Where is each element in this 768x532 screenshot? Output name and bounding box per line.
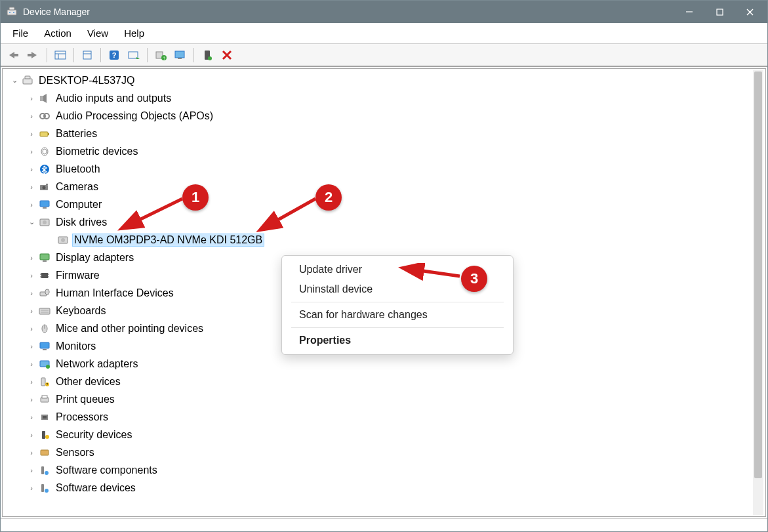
close-button[interactable]	[735, 1, 765, 23]
tree-item-label: Security devices	[54, 428, 134, 441]
svg-text:?: ?	[47, 382, 49, 386]
svg-rect-25	[178, 58, 182, 59]
expand-icon[interactable]: ›	[26, 289, 37, 297]
tree-item[interactable]: ›Cameras	[7, 178, 765, 195]
expand-icon[interactable]: ›	[26, 360, 37, 368]
finger-icon	[38, 146, 51, 157]
tree-item[interactable]: ⌄Disk drives	[7, 213, 765, 231]
tree-item[interactable]: ›Security devices	[7, 426, 765, 443]
tree-item[interactable]: ›Audio Processing Objects (APOs)	[7, 107, 765, 125]
tree-item-label: Software devices	[54, 481, 138, 495]
tree-item-label: Human Interface Devices	[54, 287, 176, 300]
expand-icon[interactable]: ›	[26, 431, 37, 439]
nav-back-button[interactable]	[5, 47, 23, 64]
svg-rect-36	[40, 132, 48, 136]
tree-item[interactable]: ›Network adapters	[7, 355, 765, 373]
properties-button[interactable]	[78, 47, 96, 64]
expand-icon[interactable]: ›	[26, 94, 37, 102]
nav-forward-button[interactable]	[24, 47, 43, 64]
net-icon	[38, 359, 51, 369]
tree-item-label: Bluetooth	[54, 163, 102, 176]
chip-icon	[38, 270, 51, 281]
expand-icon[interactable]: ›	[26, 272, 37, 279]
tree-item[interactable]: ›Sensors	[7, 443, 765, 461]
mouse-icon	[38, 323, 51, 334]
tree-item-label: Monitors	[54, 340, 98, 353]
battery-icon	[38, 129, 51, 139]
tree-item[interactable]: ›Batteries	[7, 125, 765, 142]
expand-icon[interactable]: ⌄	[26, 218, 37, 226]
expand-icon[interactable]: ›	[26, 449, 37, 457]
svg-rect-32	[40, 96, 43, 101]
menu-file[interactable]: File	[5, 25, 36, 41]
tree-root[interactable]: ⌄DESKTOP-4L537JQ	[7, 72, 765, 89]
svg-point-76	[45, 435, 49, 439]
menu-view[interactable]: View	[79, 25, 116, 41]
uninstall-device-button[interactable]	[171, 47, 190, 64]
expand-icon[interactable]: ›	[26, 165, 37, 173]
minimize-button[interactable]	[674, 1, 704, 23]
tree-item-label: Display adapters	[54, 251, 136, 264]
titlebar[interactable]: Device Manager	[1, 1, 767, 23]
svg-rect-80	[41, 484, 44, 492]
tree-item[interactable]: ›Computer	[7, 195, 765, 213]
monitor-icon	[38, 341, 51, 352]
svg-point-49	[61, 238, 65, 242]
expand-icon[interactable]: ›	[26, 201, 37, 209]
svg-point-27	[208, 56, 212, 60]
svg-rect-43	[46, 184, 48, 185]
expand-icon[interactable]: ›	[26, 325, 37, 333]
tree-item-label: Biometric devices	[54, 145, 140, 158]
menu-help[interactable]: Help	[116, 25, 152, 41]
keyboard-icon	[38, 306, 51, 316]
annotation-badge-1: 1	[182, 184, 209, 211]
expand-icon[interactable]: ⌄	[9, 76, 20, 85]
svg-rect-52	[41, 273, 48, 278]
expand-icon[interactable]: ›	[26, 396, 37, 403]
tree-item[interactable]: ›?Other devices	[7, 373, 765, 390]
tree-item[interactable]: ›Print queues	[7, 390, 765, 408]
show-hide-tree-button[interactable]	[51, 47, 70, 64]
svg-rect-72	[42, 396, 47, 398]
expand-icon[interactable]: ›	[26, 413, 37, 421]
tree-item[interactable]: ›Bluetooth	[7, 160, 765, 178]
help-button[interactable]: ?	[105, 47, 123, 64]
enable-device-button[interactable]	[198, 47, 216, 64]
svg-rect-51	[43, 260, 47, 262]
expand-icon[interactable]: ›	[26, 254, 37, 262]
scroll-thumb[interactable]	[754, 72, 762, 478]
tree-item[interactable]: ›Biometric devices	[7, 142, 765, 160]
context-menu-item[interactable]: Scan for hardware changes	[282, 305, 513, 325]
menu-action[interactable]: Action	[36, 25, 79, 41]
vertical-scrollbar[interactable]	[753, 70, 763, 515]
scan-hardware-button[interactable]	[125, 47, 143, 64]
disable-device-button[interactable]	[218, 47, 236, 64]
tree-item[interactable]: ›Software devices	[7, 479, 765, 497]
device-manager-window: Device Manager File Action View Help ? ↑…	[0, 0, 768, 532]
expand-icon[interactable]: ›	[26, 130, 37, 138]
context-menu-item[interactable]: Properties	[282, 331, 513, 350]
maximize-button[interactable]	[704, 1, 735, 23]
tree-item[interactable]: ›Processors	[7, 408, 765, 426]
expand-icon[interactable]: ›	[26, 484, 37, 492]
svg-rect-15	[83, 51, 91, 59]
annotation-badge-3: 3	[461, 266, 487, 292]
expand-icon[interactable]: ›	[26, 307, 37, 315]
expand-icon[interactable]: ›	[26, 183, 37, 191]
expand-icon[interactable]: ›	[26, 148, 37, 155]
tree-item[interactable]: ›Audio inputs and outputs	[7, 89, 765, 107]
tree-item[interactable]: NVMe OM3PDP3-AD NVMe KDI 512GB	[7, 231, 765, 249]
tree-item[interactable]: ›Software components	[7, 461, 765, 479]
expand-icon[interactable]: ›	[26, 466, 37, 474]
svg-rect-1	[9, 7, 14, 10]
expand-icon[interactable]: ›	[26, 378, 37, 386]
svg-marker-33	[43, 94, 47, 103]
expand-icon[interactable]: ›	[26, 112, 37, 120]
expand-icon[interactable]: ›	[26, 342, 37, 350]
tree-item-label: Audio Processing Objects (APOs)	[54, 110, 215, 123]
monitor-icon	[38, 199, 51, 210]
update-driver-button[interactable]: ↑	[152, 47, 170, 64]
print-icon	[38, 394, 51, 405]
tree-item-label: Processors	[54, 411, 110, 424]
tree-item-label: Disk drives	[54, 216, 109, 229]
